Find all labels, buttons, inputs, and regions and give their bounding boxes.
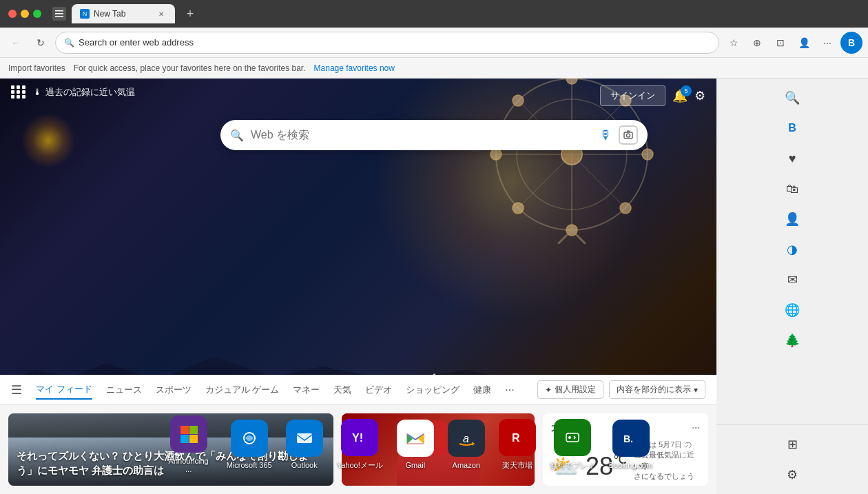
sidebar-mail-icon[interactable]: ✉ xyxy=(778,266,806,294)
feed-tabs-more-button[interactable]: ··· xyxy=(505,384,514,396)
shortcut-yahoo-icon: Y! xyxy=(341,419,378,456)
svg-point-20 xyxy=(513,203,524,214)
more-options-icon[interactable]: ··· xyxy=(817,32,838,53)
favorites-bar: Import favorites For quick access, place… xyxy=(0,58,868,79)
svg-line-11 xyxy=(572,154,626,208)
visual-search-button[interactable] xyxy=(619,125,638,145)
notifications-button[interactable]: 🔔 5 xyxy=(672,88,688,103)
profile-icon[interactable]: 👤 xyxy=(794,32,814,53)
personalize-label: 個人用設定 xyxy=(555,384,596,395)
svg-point-15 xyxy=(642,149,653,160)
nav-right-controls: ☆ ⊕ ⊡ 👤 ··· B xyxy=(723,32,862,54)
add-favorites-icon[interactable]: ⊕ xyxy=(747,32,767,53)
sidebar-toggle-icon[interactable] xyxy=(52,7,66,21)
tab-favicon: N xyxy=(80,9,90,19)
search-container: 🔍 🎙 xyxy=(220,120,648,150)
feed-tab-sports[interactable]: スポーツ xyxy=(156,381,192,399)
shortcut-yahoo[interactable]: Y! Yahoo!メール xyxy=(337,419,383,471)
tab-close-button[interactable]: ✕ xyxy=(156,8,167,19)
search-input[interactable] xyxy=(251,129,592,141)
signin-button[interactable]: サインイン xyxy=(600,85,665,106)
apps-grid-button[interactable] xyxy=(11,85,26,99)
svg-text:Y!: Y! xyxy=(352,432,363,444)
sidebar-search-icon[interactable]: 🔍 xyxy=(778,84,806,112)
svg-point-17 xyxy=(490,149,502,160)
svg-rect-28 xyxy=(189,426,198,434)
collections-icon[interactable]: ⊡ xyxy=(770,32,791,53)
minimize-button[interactable] xyxy=(21,10,29,18)
favorites-hint-text: For quick access, place your favorites h… xyxy=(74,63,306,73)
shortcut-amazon[interactable]: a Amazon xyxy=(448,420,485,469)
shortcut-announcing[interactable]: Announcing ... xyxy=(165,415,213,473)
content-display-button[interactable]: 内容を部分的に表示 ▾ xyxy=(609,380,705,399)
traffic-lights xyxy=(8,10,41,18)
manage-favorites-link[interactable]: Manage favorites now xyxy=(314,63,395,73)
maximize-button[interactable] xyxy=(33,10,41,18)
back-button[interactable]: ← xyxy=(6,32,26,53)
feed-navigation: ☰ マイ フィード ニュース スポーツ カジュアル ゲーム マネー 天気 ビデオ… xyxy=(0,375,716,405)
favorites-star-icon[interactable]: ☆ xyxy=(723,32,744,53)
shortcut-muryoplay-label: 無料でプレイ xyxy=(550,460,595,471)
feed-tab-games[interactable]: カジュアル ゲーム xyxy=(205,381,280,399)
sidebar-edge-icon[interactable]: ◑ xyxy=(778,236,806,263)
close-button[interactable] xyxy=(8,10,17,18)
refresh-button[interactable]: ↻ xyxy=(30,32,51,53)
settings-button[interactable]: ⚙ xyxy=(694,88,705,103)
feed-tab-health[interactable]: 健康 xyxy=(473,381,491,399)
svg-line-22 xyxy=(558,230,572,244)
sidebar-translate-icon[interactable]: 🌐 xyxy=(778,296,806,324)
feed-tab-video[interactable]: ビデオ xyxy=(365,381,392,399)
svg-text:R: R xyxy=(512,432,520,444)
browser-frame: N New Tab ✕ + ← ↻ 🔍 Search or enter web … xyxy=(0,0,868,494)
new-tab-button[interactable]: + xyxy=(180,4,200,23)
shortcut-gmail-label: Gmail xyxy=(405,461,425,469)
bing-button[interactable]: B xyxy=(840,32,862,54)
svg-rect-34 xyxy=(297,433,312,443)
browser-tab[interactable]: N New Tab ✕ xyxy=(72,4,175,23)
sidebar-bing-icon[interactable]: B xyxy=(778,114,806,142)
svg-rect-1 xyxy=(55,13,63,14)
feed-tab-money[interactable]: マネー xyxy=(293,381,320,399)
shortcut-ms365[interactable]: Microsoft 365 xyxy=(227,420,272,469)
svg-rect-2 xyxy=(55,16,63,17)
svg-rect-43 xyxy=(561,426,583,449)
shortcut-booking-icon: B. xyxy=(612,420,650,457)
weather-more-link[interactable]: › xyxy=(634,483,637,486)
feed-menu-button[interactable]: ☰ xyxy=(11,382,22,398)
svg-point-21 xyxy=(513,95,524,106)
shortcut-rakuten[interactable]: R 楽天市場 xyxy=(499,419,536,471)
shortcut-yahoo-label: Yahoo!メール xyxy=(337,460,383,471)
feed-tab-weather[interactable]: 天気 xyxy=(333,381,351,399)
shortcut-outlook[interactable]: Outlook xyxy=(286,420,323,469)
search-bar: 🔍 🎙 xyxy=(220,120,648,150)
collapse-shortcuts-button[interactable]: ⌃ xyxy=(428,371,440,387)
shortcut-booking[interactable]: B. Booking.com xyxy=(609,420,653,469)
svg-line-23 xyxy=(572,230,586,244)
nav-bar: ← ↻ 🔍 Search or enter web address ☆ ⊕ ⊡ … xyxy=(0,28,868,58)
search-icon: 🔍 xyxy=(64,38,74,48)
starburst-decoration xyxy=(21,113,76,168)
voice-search-button[interactable]: 🎙 xyxy=(599,128,612,143)
sidebar-profile-icon[interactable]: 👤 xyxy=(778,205,806,233)
shortcut-announcing-label: Announcing ... xyxy=(165,457,213,473)
feed-tab-news[interactable]: ニュース xyxy=(106,381,142,399)
feed-tab-myfeed[interactable]: マイ フィード xyxy=(36,380,92,400)
shortcut-muryoplay[interactable]: 無料でプレイ xyxy=(550,419,595,471)
add-shortcut-button[interactable]: + xyxy=(666,426,703,463)
personalize-button[interactable]: ✦ 個人用設定 xyxy=(537,380,603,399)
shortcut-amazon-label: Amazon xyxy=(453,461,480,469)
shortcut-rakuten-label: 楽天市場 xyxy=(502,460,533,471)
svg-rect-0 xyxy=(55,10,63,12)
address-bar[interactable]: 🔍 Search or enter web address xyxy=(55,32,719,54)
chevron-down-icon: ▾ xyxy=(694,385,698,395)
svg-rect-27 xyxy=(180,426,189,434)
sidebar-shopping-icon[interactable]: 🛍 xyxy=(778,175,806,203)
sidebar-favorites-icon[interactable]: ♥ xyxy=(778,145,806,172)
svg-point-19 xyxy=(620,203,631,214)
import-favorites-button[interactable]: Import favorites xyxy=(8,63,65,73)
shortcut-gmail[interactable]: Gmail xyxy=(397,420,434,469)
sidebar-tree-icon[interactable]: 🌲 xyxy=(778,327,806,354)
star-icon: ✦ xyxy=(545,385,552,395)
weather-widget[interactable]: 🌡 過去の記録に近い気温 xyxy=(33,86,135,99)
weather-thermometer-icon: 🌡 xyxy=(33,87,42,97)
